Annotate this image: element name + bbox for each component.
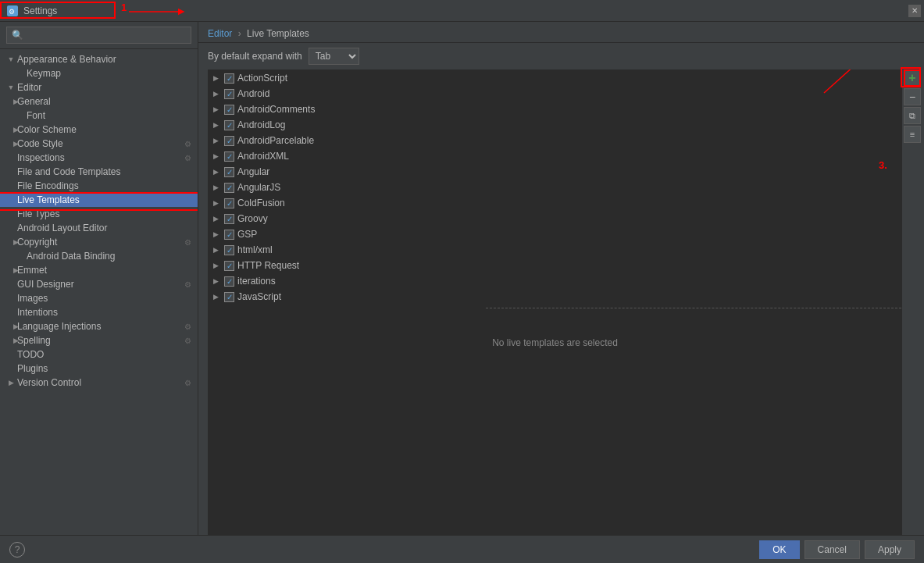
- checkbox-android[interactable]: [224, 89, 234, 99]
- expand-http-request: ▶: [213, 262, 221, 269]
- apply-button[interactable]: Apply: [865, 540, 915, 559]
- sidebar-item-emmet[interactable]: ▶ Emmet: [0, 263, 198, 277]
- sidebar-item-general[interactable]: ▶ General: [0, 94, 198, 109]
- template-group-coldfusion[interactable]: ▶ ColdFusion: [209, 195, 901, 211]
- label-androidlog: AndroidLog: [237, 119, 285, 130]
- checkbox-angular[interactable]: [224, 167, 234, 177]
- checkbox-http-request[interactable]: [224, 261, 234, 271]
- expand-angularjs: ▶: [213, 184, 221, 191]
- label-androidcomments: AndroidComments: [237, 104, 315, 115]
- sidebar-item-font[interactable]: Font: [0, 109, 198, 123]
- cancel-button[interactable]: Cancel: [804, 540, 860, 559]
- template-group-androidcomments[interactable]: ▶ AndroidComments: [209, 102, 901, 117]
- expand-icon-editor: ▼: [6, 83, 16, 92]
- help-icon: ?: [15, 544, 20, 555]
- content-area: Editor › Live Templates By default expan…: [198, 22, 924, 535]
- label-groovy: Groovy: [237, 213, 268, 224]
- add-template-button[interactable]: +: [904, 69, 921, 87]
- nav-label-version-control: Version Control: [17, 377, 181, 388]
- sidebar-item-android-layout-editor[interactable]: ▶ Android Layout Editor: [0, 221, 198, 235]
- checkbox-androidxml[interactable]: [224, 151, 234, 162]
- template-group-gsp[interactable]: ▶ GSP: [209, 226, 901, 242]
- sidebar-item-code-style[interactable]: ▶ Code Style ⚙: [0, 137, 198, 151]
- bottom-bar: ? OK Cancel Apply: [0, 535, 924, 563]
- side-buttons: + − ⧉ ≡ 3.: [902, 69, 924, 535]
- search-input[interactable]: [6, 27, 191, 44]
- copy-template-button[interactable]: ⧉: [904, 107, 921, 124]
- template-group-android[interactable]: ▶ Android: [209, 86, 901, 102]
- help-button[interactable]: ?: [9, 542, 25, 558]
- template-group-javascript[interactable]: ▶ JavaScript: [209, 289, 901, 305]
- breadcrumb-parent[interactable]: Editor: [208, 28, 232, 39]
- remove-template-button[interactable]: −: [904, 88, 921, 105]
- copy-icon: ⧉: [909, 111, 915, 121]
- sidebar-item-images[interactable]: ▶ Images: [0, 291, 198, 305]
- sidebar-item-editor[interactable]: ▼ Editor: [0, 80, 198, 94]
- sidebar-item-inspections[interactable]: ▶ Inspections ⚙: [0, 151, 198, 165]
- sidebar-item-file-code-templates[interactable]: ▶ File and Code Templates: [0, 165, 198, 179]
- nav-label-inspections: Inspections: [17, 152, 181, 163]
- checkbox-groovy[interactable]: [224, 214, 234, 224]
- sidebar-item-keymap[interactable]: ▶ Keymap: [0, 66, 198, 80]
- sidebar-item-version-control[interactable]: ▶ Version Control ⚙: [0, 376, 198, 390]
- checkbox-coldfusion[interactable]: [224, 198, 234, 208]
- annotation-number-1: 1: [121, 2, 127, 13]
- expand-icon-spelling: ▶: [6, 336, 16, 345]
- checkbox-angularjs[interactable]: [224, 183, 234, 193]
- sidebar-item-appearance[interactable]: ▼ Appearance & Behavior: [0, 52, 198, 66]
- ok-button[interactable]: OK: [759, 540, 799, 559]
- templates-list: ▶ ActionScript ▶ Android ▶ AndroidCommen…: [208, 69, 902, 535]
- empty-message-text: No live templates are selected: [492, 337, 618, 348]
- template-group-androidxml[interactable]: ▶ AndroidXML: [209, 148, 901, 164]
- nav-label-android-data-binding: Android Data Binding: [27, 251, 191, 262]
- template-group-htmlxml[interactable]: ▶ html/xml: [209, 242, 901, 258]
- expand-with-select[interactable]: Tab Enter Space: [309, 48, 359, 65]
- checkbox-htmlxml[interactable]: [224, 245, 234, 255]
- template-group-iterations[interactable]: ▶ iterations: [209, 273, 901, 289]
- checkbox-gsp[interactable]: [224, 230, 234, 240]
- sidebar-item-color-scheme[interactable]: ▶ Color Scheme: [0, 123, 198, 137]
- close-button[interactable]: ✕: [908, 5, 921, 17]
- template-group-actionscript[interactable]: ▶ ActionScript: [209, 70, 901, 86]
- label-coldfusion: ColdFusion: [237, 198, 285, 208]
- remove-icon: −: [909, 91, 915, 103]
- nav-label-appearance: Appearance & Behavior: [17, 54, 191, 65]
- checkbox-androidlog[interactable]: [224, 120, 234, 130]
- expand-androidlog: ▶: [213, 121, 221, 129]
- sidebar-item-plugins[interactable]: ▶ Plugins: [0, 362, 198, 376]
- move-template-button[interactable]: ≡: [904, 126, 921, 143]
- template-group-angularjs[interactable]: ▶ AngularJS: [209, 180, 901, 195]
- label-androidparcelable: AndroidParcelable: [237, 135, 314, 146]
- sidebar-item-gui-designer[interactable]: ▶ GUI Designer ⚙: [0, 277, 198, 291]
- expand-actionscript: ▶: [213, 74, 221, 82]
- template-group-androidlog[interactable]: ▶ AndroidLog: [209, 117, 901, 133]
- sidebar-item-copyright[interactable]: ▶ Copyright ⚙: [0, 235, 198, 249]
- expand-icon-language-injections: ▶: [6, 322, 16, 331]
- checkbox-iterations[interactable]: [224, 276, 234, 287]
- toolbar-row: By default expand with Tab Enter Space: [198, 43, 924, 69]
- sidebar-item-file-types[interactable]: ▶ File Types: [0, 207, 198, 221]
- checkbox-androidcomments[interactable]: [224, 105, 234, 115]
- sidebar-item-todo[interactable]: ▶ TODO: [0, 347, 198, 362]
- search-box[interactable]: [0, 22, 198, 49]
- settings-gear-copyright: ⚙: [184, 238, 191, 247]
- expand-with-label: By default expand with: [208, 51, 302, 62]
- template-group-groovy[interactable]: ▶ Groovy: [209, 211, 901, 226]
- template-group-androidparcelable[interactable]: ▶ AndroidParcelable: [209, 133, 901, 148]
- sidebar-item-spelling[interactable]: ▶ Spelling ⚙: [0, 333, 198, 347]
- checkbox-javascript[interactable]: [224, 292, 234, 302]
- checkbox-actionscript[interactable]: [224, 73, 234, 84]
- expand-angular: ▶: [213, 168, 221, 176]
- template-group-angular[interactable]: ▶ Angular: [209, 164, 901, 180]
- nav-label-gui-designer: GUI Designer: [17, 279, 181, 290]
- sidebar-item-android-data-binding[interactable]: ▶ Android Data Binding: [0, 249, 198, 263]
- sidebar-item-live-templates[interactable]: ▶ Live Templates 2.: [0, 193, 198, 207]
- checkbox-androidparcelable[interactable]: [224, 136, 234, 146]
- add-icon: +: [908, 71, 915, 85]
- templates-container: ▶ ActionScript ▶ Android ▶ AndroidCommen…: [198, 69, 924, 535]
- template-group-http-request[interactable]: ▶ HTTP Request: [209, 258, 901, 273]
- sidebar-item-intentions[interactable]: ▶ Intentions: [0, 305, 198, 319]
- sidebar-item-language-injections[interactable]: ▶ Language Injections ⚙: [0, 319, 198, 333]
- sidebar-item-file-encodings[interactable]: ▶ File Encodings: [0, 179, 198, 193]
- expand-icon-general: ▶: [6, 97, 16, 106]
